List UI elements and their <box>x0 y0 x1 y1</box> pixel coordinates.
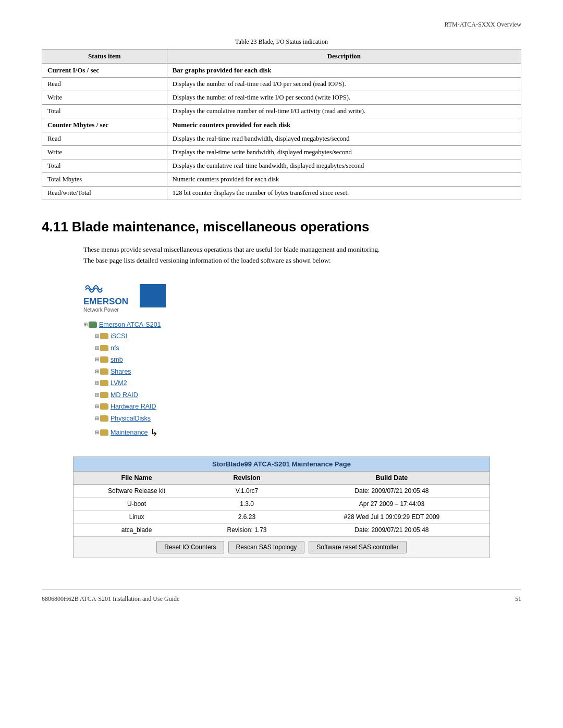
expand-icon: ⊞ <box>95 390 99 400</box>
table-row: WriteDisplays the number of real-time wr… <box>42 91 521 105</box>
maintenance-panel: StorBlade99 ATCA-S201 Maintenance Page F… <box>73 456 490 558</box>
nav-item[interactable]: ⊞Hardware RAID <box>95 401 521 413</box>
expand-icon: ⊞ <box>95 367 99 376</box>
emerson-logo: EMERSON Network Power <box>83 279 521 313</box>
maint-revision-cell: 2.6.23 <box>200 511 294 524</box>
description-cell: Displays the real-time read bandwidth, d… <box>167 132 521 146</box>
nav-link[interactable]: PhysicalDisks <box>111 413 151 425</box>
folder-icon <box>100 380 108 386</box>
status-item-cell: Write <box>42 146 167 159</box>
table-row: Software Release kitV.1.0rc7Date: 2009/0… <box>74 485 489 498</box>
nav-item[interactable]: ⊞Maintenance↳ <box>95 424 521 441</box>
table-row: ReadDisplays the number of real-time rea… <box>42 78 521 91</box>
folder-icon <box>89 322 97 328</box>
cursor-icon: ↳ <box>150 424 158 441</box>
nav-item[interactable]: ⊞MD RAID <box>95 389 521 401</box>
folder-icon <box>100 415 108 422</box>
maintenance-table: File Name Revision Build Date Software R… <box>74 472 489 536</box>
table-row: Current I/Os / secBar graphs provided fo… <box>42 64 521 78</box>
maint-builddate-cell: Date: 2009/07/21 20:05:48 <box>294 524 489 537</box>
maint-col-filename: File Name <box>74 472 200 485</box>
col-status-item: Status item <box>42 50 167 64</box>
nav-item[interactable]: ⊞LVM2 <box>95 377 521 389</box>
maintenance-button[interactable]: Rescan SAS topology <box>228 541 305 553</box>
footer-right: 51 <box>515 595 521 603</box>
status-item-cell: Total Mbytes <box>42 173 167 187</box>
nav-link[interactable]: Hardware RAID <box>111 401 156 413</box>
emerson-subtext: Network Power <box>83 307 128 313</box>
maint-filename-cell: atca_blade <box>74 524 200 537</box>
nav-item[interactable]: ⊞PhysicalDisks <box>95 413 521 425</box>
expand-icon: ⊞ <box>95 428 99 437</box>
status-item-cell: Write <box>42 91 167 105</box>
table-row: Read/write/Total128 bit counter displays… <box>42 187 521 200</box>
description-cell: Numeric counters provided for each disk <box>167 118 521 132</box>
expand-icon: ⊞ <box>83 320 88 329</box>
intro-text: These menus provide several miscellaneou… <box>83 244 386 266</box>
status-item-cell: Counter Mbytes / sec <box>42 118 167 132</box>
description-cell: Displays the number of real-time write I… <box>167 91 521 105</box>
folder-icon <box>100 333 108 339</box>
nav-panel: EMERSON Network Power ⊞Emerson ATCA-S201… <box>83 279 521 441</box>
table-row: Linux2.6.23#28 Wed Jul 1 09:09:29 EDT 20… <box>74 511 489 524</box>
table-row: Counter Mbytes / secNumeric counters pro… <box>42 118 521 132</box>
maint-filename-cell: Linux <box>74 511 200 524</box>
table-row: TotalDisplays the cumlative real-time ba… <box>42 159 521 173</box>
expand-icon: ⊞ <box>95 378 99 388</box>
expand-icon: ⊞ <box>95 402 99 411</box>
maint-builddate-cell: Apr 27 2009 – 17:44:03 <box>294 498 489 511</box>
maint-col-builddate: Build Date <box>294 472 489 485</box>
status-item-cell: Read <box>42 132 167 146</box>
maint-revision-cell: Revision: 1.73 <box>200 524 294 537</box>
emerson-name: EMERSON <box>83 297 128 307</box>
nav-tree: ⊞Emerson ATCA-S201⊞iSCSI⊞nfs⊞smb⊞Shares⊞… <box>83 319 521 441</box>
nav-link[interactable]: MD RAID <box>111 389 138 401</box>
folder-icon <box>100 403 108 410</box>
maintenance-title: StorBlade99 ATCA-S201 Maintenance Page <box>74 457 489 472</box>
nav-link[interactable]: Maintenance <box>111 427 148 439</box>
nav-item[interactable]: ⊞Emerson ATCA-S201 <box>83 319 521 331</box>
nav-item[interactable]: ⊞smb <box>95 354 521 366</box>
nav-link[interactable]: Shares <box>111 366 131 378</box>
section-heading: 4.11 Blade maintenance, miscellaneous op… <box>42 219 521 235</box>
folder-icon <box>100 429 108 436</box>
col-description: Description <box>167 50 521 64</box>
footer-left: 6806800H62B ATCA-S201 Installation and U… <box>42 595 179 603</box>
maintenance-button[interactable]: Software reset SAS controller <box>309 541 406 553</box>
nav-link[interactable]: iSCSI <box>111 330 127 342</box>
table-caption: Table 23 Blade, I/O Status indication <box>42 38 521 46</box>
status-item-cell: Total <box>42 105 167 118</box>
blue-box-decoration <box>140 284 166 307</box>
header-title: RTM-ATCA-SXXX Overview <box>444 21 521 28</box>
nav-item[interactable]: ⊞Shares <box>95 366 521 378</box>
maint-revision-cell: 1.3.0 <box>200 498 294 511</box>
table-row: atca_bladeRevision: 1.73Date: 2009/07/21… <box>74 524 489 537</box>
page-header: RTM-ATCA-SXXX Overview <box>42 21 521 29</box>
nav-link[interactable]: Emerson ATCA-S201 <box>99 319 161 331</box>
description-cell: Numeric counters provided for each disk <box>167 173 521 187</box>
maint-builddate-cell: Date: 2009/07/21 20:05:48 <box>294 485 489 498</box>
description-cell: Displays the cumulative number of real-t… <box>167 105 521 118</box>
nav-link[interactable]: nfs <box>111 342 119 354</box>
maint-col-revision: Revision <box>200 472 294 485</box>
maintenance-button[interactable]: Reset IO Counters <box>156 541 224 553</box>
nav-link[interactable]: smb <box>111 354 123 366</box>
emerson-waves-icon <box>83 279 104 294</box>
emerson-wordmark: EMERSON Network Power <box>83 279 128 313</box>
expand-icon: ⊞ <box>95 414 99 423</box>
nav-link[interactable]: LVM2 <box>111 377 127 389</box>
nav-item[interactable]: ⊞nfs <box>95 342 521 354</box>
status-item-cell: Read <box>42 78 167 91</box>
folder-icon <box>100 345 108 351</box>
description-cell: Displays the number of real-time read I/… <box>167 78 521 91</box>
expand-icon: ⊞ <box>95 331 99 341</box>
description-cell: Displays the cumlative real-time bandwid… <box>167 159 521 173</box>
nav-item[interactable]: ⊞iSCSI <box>95 330 521 342</box>
maintenance-buttons-row: Reset IO CountersRescan SAS topologySoft… <box>74 536 489 558</box>
folder-icon <box>100 392 108 398</box>
table-row: WriteDisplays the real-time write bandwi… <box>42 146 521 159</box>
description-cell: Displays the real-time write bandwidth, … <box>167 146 521 159</box>
description-cell: Bar graphs provided for each disk <box>167 64 521 78</box>
table-row: TotalDisplays the cumulative number of r… <box>42 105 521 118</box>
maint-filename-cell: Software Release kit <box>74 485 200 498</box>
